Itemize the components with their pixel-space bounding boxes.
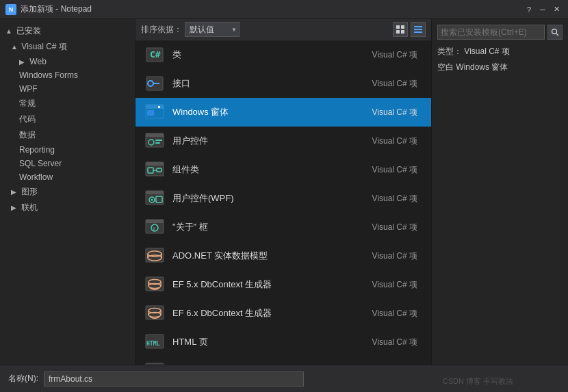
svg-point-61 <box>552 29 557 34</box>
search-input[interactable] <box>437 25 545 40</box>
installed-label: 已安装 <box>16 25 41 37</box>
template-ef5-category: Visual C# 项 <box>372 279 423 291</box>
template-ef6-name: EF 6.x DbContext 生成器 <box>172 307 372 319</box>
svg-rect-22 <box>146 162 164 166</box>
type-label: 类型： <box>437 47 462 56</box>
sidebar: ▲ 已安装 ▲ Visual C# 项 ▶ Web Windows Forms … <box>0 19 135 365</box>
svg-rect-14 <box>158 106 160 108</box>
template-html-category: Visual C# 项 <box>372 337 423 348</box>
toolbar: 排序依据： 默认值 <box>135 19 431 40</box>
window-controls: ? ─ ✕ <box>523 3 563 16</box>
svg-rect-15 <box>147 110 154 116</box>
svg-rect-3 <box>401 30 404 34</box>
desc-row: 空白 Windows 窗体 <box>437 61 563 74</box>
sidebar-item-graphics[interactable]: ▶ 图形 <box>0 184 135 200</box>
template-usercontrol[interactable]: 用户控件 Visual C# 项 <box>135 127 431 155</box>
svg-rect-5 <box>414 29 422 30</box>
template-winform-name: Windows 窗体 <box>172 106 372 118</box>
sidebar-item-vcsharp[interactable]: ▲ Visual C# 项 <box>0 39 135 55</box>
grid-view-button[interactable] <box>393 22 408 37</box>
template-wpf[interactable]: 用户控件(WPF) Visual C# 项 <box>135 184 431 213</box>
template-list: C# 类 Visual C# 项 接口 Visual C# 项 <box>135 40 431 365</box>
template-info: 类型： Visual C# 项 空白 Windows 窗体 <box>437 45 563 74</box>
svg-rect-1 <box>401 25 404 29</box>
template-html-name: HTML 页 <box>172 336 372 348</box>
template-class-name: 类 <box>172 49 372 61</box>
close-button[interactable]: ✕ <box>550 3 563 16</box>
svg-rect-27 <box>146 191 164 194</box>
ef5-icon <box>144 274 166 296</box>
template-class-category: Visual C# 项 <box>372 49 423 61</box>
about-icon: i <box>144 216 166 238</box>
template-component[interactable]: 组件类 Visual C# 项 <box>135 155 431 184</box>
template-wpf-name: 用户控件(WPF) <box>172 192 372 205</box>
template-ef5[interactable]: EF 5.x DbContext 生成器 Visual C# 项 <box>135 270 431 299</box>
svg-rect-32 <box>146 220 164 223</box>
svg-rect-20 <box>155 142 160 144</box>
template-usercontrol-category: Visual C# 项 <box>372 135 423 147</box>
sidebar-item-wpf[interactable]: WPF <box>0 82 135 96</box>
type-value: Visual C# 项 <box>464 47 509 56</box>
name-input[interactable] <box>44 371 304 387</box>
bottom-bar: 名称(N): CSDN 博客 手写教法 <box>0 365 568 392</box>
sort-select[interactable]: 默认值 <box>185 22 240 37</box>
sidebar-item-web[interactable]: ▶ Web <box>0 55 135 68</box>
svg-rect-19 <box>155 140 162 141</box>
watermark: CSDN 博客 手写教法 <box>443 376 513 387</box>
template-ef6[interactable]: EF 6.x DbContext 生成器 Visual C# 项 <box>135 299 431 328</box>
sort-label: 排序依据： <box>141 24 182 36</box>
help-button[interactable]: ? <box>523 3 535 16</box>
sort-select-wrapper: 默认值 <box>185 22 240 37</box>
titlebar: N 添加新项 - Notepad ? ─ ✕ <box>0 0 568 19</box>
template-component-name: 组件类 <box>172 164 372 176</box>
usercontrol-icon <box>144 130 166 152</box>
interface-icon <box>144 73 166 94</box>
template-ef5-name: EF 5.x DbContext 生成器 <box>172 278 372 291</box>
sidebar-item-sql[interactable]: SQL Server <box>0 157 135 170</box>
ado-icon <box>144 245 166 267</box>
desc-value: 空白 Windows 窗体 <box>437 62 508 72</box>
template-class[interactable]: C# 类 Visual C# 项 <box>135 40 431 69</box>
search-bar <box>437 25 563 40</box>
window-title: 添加新项 - Notepad <box>21 3 92 15</box>
svg-text:i: i <box>153 226 155 231</box>
installed-section: ▲ 已安装 <box>0 23 135 39</box>
template-interface-name: 接口 <box>172 77 372 90</box>
template-about[interactable]: i "关于" 框 Visual C# 项 <box>135 213 431 241</box>
template-winform[interactable]: Windows 窗体 Visual C# 项 <box>135 98 431 127</box>
installed-arrow: ▲ <box>5 27 14 35</box>
template-interface-category: Visual C# 项 <box>372 78 423 90</box>
sidebar-item-general[interactable]: 常规 <box>0 96 135 112</box>
list-view-button[interactable] <box>411 22 426 37</box>
content-area: 排序依据： 默认值 <box>135 19 431 365</box>
js-icon: JS { } <box>144 360 166 365</box>
template-html[interactable]: HTML HTML 页 Visual C# 项 <box>135 328 431 356</box>
template-ado-name: ADO.NET 实体数据模型 <box>172 250 372 262</box>
sidebar-item-reporting[interactable]: Reporting <box>0 143 135 157</box>
titlebar-left: N 添加新项 - Notepad <box>5 3 92 15</box>
sidebar-item-data[interactable]: 数据 <box>0 127 135 143</box>
svg-rect-17 <box>146 133 164 137</box>
ef6-icon <box>144 302 166 324</box>
template-about-category: Visual C# 项 <box>372 222 423 233</box>
sidebar-item-online[interactable]: ▶ 联机 <box>0 200 135 215</box>
template-ado[interactable]: ADO.NET 实体数据模型 Visual C# 项 <box>135 241 431 270</box>
template-interface[interactable]: 接口 Visual C# 项 <box>135 69 431 98</box>
svg-rect-4 <box>414 26 422 27</box>
sidebar-item-workflow[interactable]: Workflow <box>0 170 135 184</box>
template-ado-category: Visual C# 项 <box>372 250 423 262</box>
svg-text:HTML: HTML <box>146 341 159 347</box>
sidebar-item-code[interactable]: 代码 <box>0 112 135 127</box>
template-js[interactable]: JS { } JavaScript文件 Visual C# 项 <box>135 356 431 365</box>
name-label: 名称(N): <box>8 373 38 384</box>
app-icon: N <box>5 4 16 15</box>
svg-line-62 <box>556 34 558 36</box>
search-button[interactable] <box>547 25 563 40</box>
svg-rect-2 <box>396 30 400 34</box>
template-about-name: "关于" 框 <box>172 221 372 233</box>
html-icon: HTML <box>144 331 166 353</box>
minimize-button[interactable]: ─ <box>537 3 549 16</box>
sidebar-item-windows-forms[interactable]: Windows Forms <box>0 68 135 82</box>
svg-point-29 <box>151 199 153 201</box>
template-usercontrol-name: 用户控件 <box>172 135 372 147</box>
